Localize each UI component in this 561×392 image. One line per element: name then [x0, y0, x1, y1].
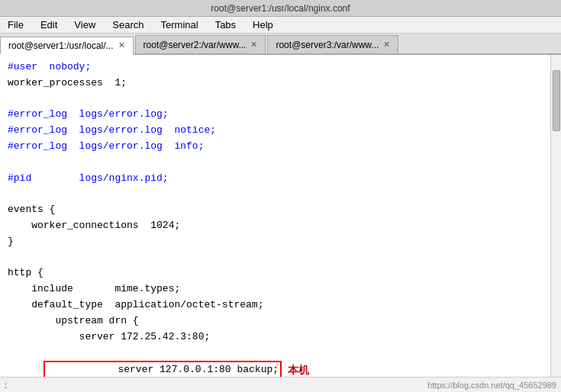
title-text: root@server1:/usr/local/nginx.conf — [211, 3, 350, 14]
code-line-6: #error_log logs/error.log info; — [8, 139, 543, 155]
code-line-17: upstream drn { — [8, 313, 543, 329]
highlighted-server-line: server 127.0.0.1:80 backup; — [44, 361, 282, 377]
tab-bar: root@server1:/usr/local/... ✕ root@serve… — [0, 34, 561, 55]
tab-server1[interactable]: root@server1:/usr/local/... ✕ — [0, 37, 134, 55]
code-line-19: server 127.0.0.1:80 backup;本机 — [8, 345, 543, 377]
tab-server2[interactable]: root@server2:/var/www... ✕ — [135, 35, 266, 53]
code-line-3 — [8, 92, 543, 108]
tab-server2-close[interactable]: ✕ — [250, 40, 257, 50]
code-line-7 — [8, 155, 543, 171]
scrollbar[interactable] — [550, 55, 561, 377]
status-left: : — [5, 381, 7, 390]
code-editor[interactable]: #user nobody; worker_processes 1; #error… — [0, 55, 550, 377]
content-area: #user nobody; worker_processes 1; #error… — [0, 55, 561, 377]
code-line-16: default_type application/octet-stream; — [8, 297, 543, 313]
menu-search[interactable]: Search — [108, 18, 148, 32]
menu-file[interactable]: File — [3, 18, 28, 32]
tab-server1-close[interactable]: ✕ — [118, 40, 125, 50]
menu-tabs[interactable]: Tabs — [211, 18, 240, 32]
code-line-9 — [8, 186, 543, 202]
annotation-benci: 本机 — [288, 364, 309, 376]
code-line-18: server 172.25.42.3:80; — [8, 329, 543, 345]
code-line-8: #pid logs/nginx.pid; — [8, 171, 543, 187]
menu-help[interactable]: Help — [248, 18, 278, 32]
code-line-12: } — [8, 234, 543, 250]
code-line-2: worker_processes 1; — [8, 76, 543, 92]
tab-server1-label: root@server1:/usr/local/... — [8, 40, 114, 51]
tab-server3[interactable]: root@server3:/var/www... ✕ — [267, 35, 398, 53]
code-line-14: http { — [8, 265, 543, 281]
menu-terminal[interactable]: Terminal — [156, 18, 203, 32]
menu-view[interactable]: View — [69, 18, 100, 32]
code-line-4: #error_log logs/error.log; — [8, 107, 543, 123]
title-bar: root@server1:/usr/local/nginx.conf — [0, 0, 561, 17]
scrollbar-thumb[interactable] — [553, 70, 560, 131]
tab-server3-label: root@server3:/var/www... — [276, 40, 379, 50]
code-line-1: #user nobody; — [8, 59, 543, 76]
code-line-15: include mime.types; — [8, 281, 543, 297]
code-line-10: events { — [8, 202, 543, 218]
menu-bar: File Edit View Search Terminal Tabs Help — [0, 17, 561, 34]
code-line-5: #error_log logs/error.log notice; — [8, 123, 543, 139]
code-line-11: worker_connections 1024; — [8, 218, 543, 234]
code-line-13 — [8, 250, 543, 266]
status-right: https://blog.csdn.net/qq_45652989 — [427, 381, 556, 390]
status-bar: : https://blog.csdn.net/qq_45652989 — [0, 377, 561, 392]
tab-server3-close[interactable]: ✕ — [383, 40, 390, 50]
menu-edit[interactable]: Edit — [36, 18, 62, 32]
tab-server2-label: root@server2:/var/www... — [143, 40, 247, 50]
